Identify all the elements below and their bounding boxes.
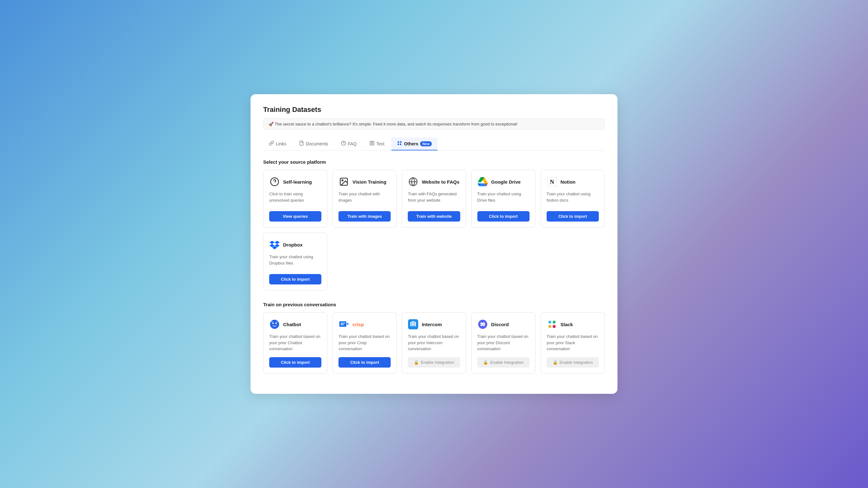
- conversations-title: Train on previous conversations: [263, 302, 605, 307]
- svg-rect-27: [411, 322, 411, 326]
- card-slack: Slack Train your chatbot based on your p…: [540, 312, 605, 373]
- self-learning-icon: [269, 176, 280, 187]
- source-platform-title: Select your source platform: [263, 159, 605, 165]
- svg-rect-25: [341, 324, 344, 325]
- notion-icon: N: [547, 176, 557, 187]
- others-icon: [397, 141, 402, 147]
- lock-icon-discord: 🔒: [483, 360, 488, 365]
- page-title: Training Datasets: [263, 105, 605, 114]
- vision-training-title: Vision Training: [352, 179, 386, 185]
- svg-rect-21: [271, 321, 272, 322]
- dropbox-desc: Train your chatbot using Dropbox files: [269, 254, 321, 269]
- others-badge: New: [420, 141, 432, 147]
- chatbot-desc: Train your chatbot based on your prior C…: [269, 333, 321, 352]
- tab-documents-label: Documents: [306, 141, 328, 147]
- self-learning-title: Self-learning: [283, 179, 312, 185]
- info-banner: 🚀 The secret sauce to a chatbot's brilli…: [263, 118, 605, 130]
- lock-icon-intercom: 🔒: [414, 360, 419, 365]
- self-learning-desc: Click to train using unresolved queries: [269, 191, 321, 206]
- svg-text:N: N: [550, 178, 554, 185]
- tabs-bar: Links Documents FAQ Text Others New: [263, 137, 605, 151]
- card-google-drive: Google Drive Train your chatbot using Dr…: [471, 170, 535, 228]
- card-discord: Discord Train your chatbot based on your…: [471, 312, 535, 373]
- main-card: Training Datasets 🚀 The secret sauce to …: [251, 94, 617, 394]
- notion-title: Notion: [561, 179, 576, 185]
- tab-faq-label: FAQ: [348, 141, 357, 147]
- card-notion: N Notion Train your chatbot using Notion…: [540, 170, 605, 228]
- website-faqs-btn[interactable]: Train with website: [408, 211, 460, 222]
- dropbox-title: Dropbox: [283, 242, 303, 248]
- svg-point-20: [275, 323, 277, 324]
- svg-rect-22: [276, 321, 277, 322]
- svg-rect-29: [413, 321, 414, 326]
- svg-rect-6: [398, 141, 399, 143]
- svg-rect-26: [408, 319, 418, 329]
- crisp-desc: Train your chatbot based on your prior C…: [338, 333, 391, 352]
- intercom-title: Intercom: [422, 322, 442, 327]
- discord-icon: [477, 319, 488, 330]
- svg-rect-23: [339, 321, 346, 327]
- crisp-btn[interactable]: Click to import: [338, 357, 391, 367]
- tab-text-label: Text: [376, 141, 385, 147]
- website-faqs-title: Website to FAQs: [422, 179, 459, 185]
- svg-rect-7: [400, 141, 402, 143]
- tab-text[interactable]: Text: [364, 137, 390, 151]
- google-drive-btn[interactable]: Click to import: [477, 211, 530, 222]
- website-faqs-desc: Train with FAQs generated from your webs…: [408, 191, 460, 206]
- dropbox-icon: [269, 239, 280, 250]
- slack-btn[interactable]: 🔒 Enable Integration: [547, 357, 599, 367]
- svg-point-19: [272, 323, 274, 324]
- card-intercom: Intercom Train your chatbot based on you…: [402, 312, 466, 373]
- google-drive-desc: Train your chatbot using Drive files: [477, 191, 530, 206]
- crisp-title: crisp: [352, 322, 364, 327]
- notion-btn[interactable]: Click to import: [547, 211, 599, 222]
- self-learning-btn[interactable]: View queries: [269, 211, 321, 222]
- google-drive-icon: [477, 176, 488, 187]
- tab-others-label: Others: [404, 141, 418, 147]
- svg-rect-28: [412, 321, 413, 326]
- google-drive-title: Google Drive: [491, 179, 521, 185]
- website-faqs-icon: [408, 176, 418, 187]
- empty-1: [333, 233, 397, 290]
- doc-icon: [299, 141, 304, 147]
- card-crisp: crisp Train your chatbot based on your p…: [333, 312, 397, 373]
- slack-title: Slack: [561, 322, 573, 327]
- svg-rect-35: [553, 325, 555, 328]
- tab-others[interactable]: Others New: [391, 137, 437, 151]
- info-text: 🚀 The secret sauce to a chatbot's brilli…: [269, 122, 518, 126]
- tab-links[interactable]: Links: [263, 137, 292, 151]
- link-icon: [269, 141, 274, 147]
- card-self-learning: Self-learning Click to train using unres…: [263, 170, 328, 228]
- svg-rect-24: [341, 323, 345, 323]
- tab-documents[interactable]: Documents: [293, 137, 334, 151]
- tab-links-label: Links: [276, 141, 286, 147]
- svg-rect-32: [549, 321, 551, 324]
- dropbox-btn[interactable]: Click to import: [269, 274, 321, 285]
- crisp-icon: [338, 319, 349, 330]
- chatbot-icon: [269, 319, 280, 330]
- card-website-faqs: Website to FAQs Train with FAQs generate…: [402, 170, 466, 228]
- svg-point-18: [270, 320, 279, 329]
- slack-desc: Train your chatbot based on your prior S…: [547, 333, 599, 352]
- svg-rect-8: [398, 144, 399, 145]
- faq-icon: [341, 141, 346, 147]
- discord-title: Discord: [491, 322, 509, 327]
- empty-3: [471, 233, 535, 290]
- empty-2: [402, 233, 466, 290]
- slack-icon: [547, 319, 557, 330]
- chatbot-btn[interactable]: Click to import: [269, 357, 321, 367]
- discord-desc: Train your chatbot based on your prior D…: [477, 333, 530, 352]
- tab-faq[interactable]: FAQ: [335, 137, 363, 151]
- svg-rect-33: [553, 321, 555, 324]
- card-dropbox: Dropbox Train your chatbot using Dropbox…: [263, 233, 328, 290]
- source-platform-grid: Self-learning Click to train using unres…: [263, 170, 605, 228]
- notion-desc: Train your chatbot using Notion docs: [547, 191, 599, 206]
- svg-rect-34: [549, 325, 551, 328]
- source-platform-grid-row2: Dropbox Train your chatbot using Dropbox…: [263, 233, 605, 290]
- card-vision-training: Vision Training Train your chatbot with …: [333, 170, 397, 228]
- intercom-btn[interactable]: 🔒 Enable Integration: [408, 357, 460, 367]
- vision-training-desc: Train your chatbot with images: [338, 191, 391, 206]
- intercom-icon: [408, 319, 418, 330]
- discord-btn[interactable]: 🔒 Enable Integration: [477, 357, 530, 367]
- vision-training-btn[interactable]: Train with images: [338, 211, 391, 222]
